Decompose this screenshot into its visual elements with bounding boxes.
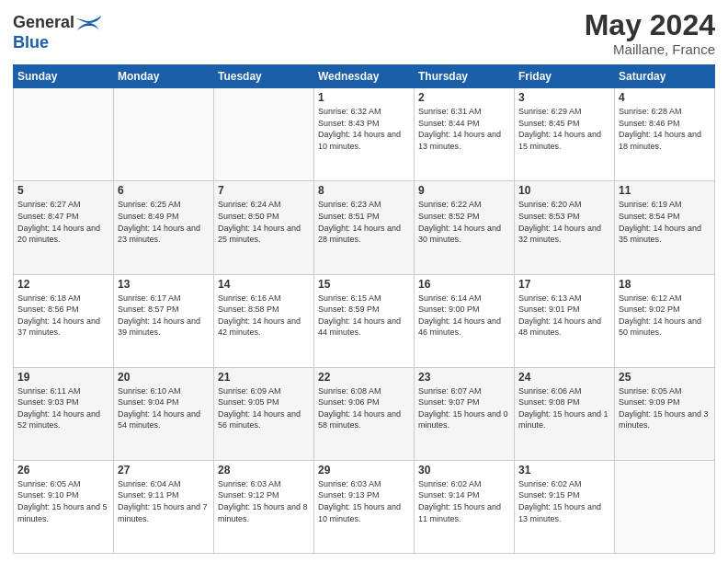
day-info: Sunrise: 6:08 AMSunset: 9:06 PMDaylight:… xyxy=(318,385,410,431)
day-info: Sunrise: 6:07 AMSunset: 9:07 PMDaylight:… xyxy=(418,385,510,431)
day-number: 28 xyxy=(218,464,310,477)
header: General Blue May 2024 Maillane, France xyxy=(13,9,715,57)
day-number: 11 xyxy=(619,184,711,197)
day-info: Sunrise: 6:16 AMSunset: 8:58 PMDaylight:… xyxy=(218,293,310,339)
day-info: Sunrise: 6:24 AMSunset: 8:50 PMDaylight:… xyxy=(218,199,310,245)
day-info: Sunrise: 6:12 AMSunset: 9:02 PMDaylight:… xyxy=(619,293,711,339)
day-info: Sunrise: 6:03 AMSunset: 9:13 PMDaylight:… xyxy=(318,478,410,524)
col-friday: Friday xyxy=(515,65,615,88)
day-number: 1 xyxy=(318,91,410,104)
day-number: 14 xyxy=(218,278,310,291)
calendar-week-row: 5Sunrise: 6:27 AMSunset: 8:47 PMDaylight… xyxy=(14,181,715,274)
day-number: 15 xyxy=(318,278,410,291)
day-info: Sunrise: 6:03 AMSunset: 9:12 PMDaylight:… xyxy=(218,478,310,524)
table-row: 20Sunrise: 6:10 AMSunset: 9:04 PMDayligh… xyxy=(114,367,214,460)
day-number: 24 xyxy=(518,371,610,384)
day-number: 12 xyxy=(17,278,109,291)
calendar-table: Sunday Monday Tuesday Wednesday Thursday… xyxy=(13,64,715,554)
col-tuesday: Tuesday xyxy=(214,65,314,88)
table-row: 12Sunrise: 6:18 AMSunset: 8:56 PMDayligh… xyxy=(14,274,114,367)
table-row: 6Sunrise: 6:25 AMSunset: 8:49 PMDaylight… xyxy=(114,181,214,274)
day-number: 16 xyxy=(418,278,510,291)
table-row: 1Sunrise: 6:32 AMSunset: 8:43 PMDaylight… xyxy=(314,88,415,181)
table-row: 22Sunrise: 6:08 AMSunset: 9:06 PMDayligh… xyxy=(314,367,415,460)
day-info: Sunrise: 6:02 AMSunset: 9:14 PMDaylight:… xyxy=(418,478,510,524)
col-thursday: Thursday xyxy=(415,65,515,88)
table-row: 23Sunrise: 6:07 AMSunset: 9:07 PMDayligh… xyxy=(415,367,515,460)
table-row: 18Sunrise: 6:12 AMSunset: 9:02 PMDayligh… xyxy=(615,274,715,367)
day-info: Sunrise: 6:06 AMSunset: 9:08 PMDaylight:… xyxy=(518,385,610,431)
day-info: Sunrise: 6:31 AMSunset: 8:44 PMDaylight:… xyxy=(418,106,510,152)
day-info: Sunrise: 6:18 AMSunset: 8:56 PMDaylight:… xyxy=(17,293,109,339)
table-row: 15Sunrise: 6:15 AMSunset: 8:59 PMDayligh… xyxy=(314,274,415,367)
day-number: 23 xyxy=(418,371,510,384)
table-row: 4Sunrise: 6:28 AMSunset: 8:46 PMDaylight… xyxy=(615,88,715,181)
day-number: 17 xyxy=(518,278,610,291)
day-number: 10 xyxy=(518,184,610,197)
table-row: 3Sunrise: 6:29 AMSunset: 8:45 PMDaylight… xyxy=(515,88,615,181)
day-info: Sunrise: 6:23 AMSunset: 8:51 PMDaylight:… xyxy=(318,199,410,245)
day-info: Sunrise: 6:10 AMSunset: 9:04 PMDaylight:… xyxy=(118,385,210,431)
table-row: 9Sunrise: 6:22 AMSunset: 8:52 PMDaylight… xyxy=(415,181,515,274)
page: General Blue May 2024 Maillane, France S… xyxy=(0,0,728,563)
logo-bird-icon xyxy=(75,14,101,32)
day-info: Sunrise: 6:22 AMSunset: 8:52 PMDaylight:… xyxy=(418,199,510,245)
day-info: Sunrise: 6:04 AMSunset: 9:11 PMDaylight:… xyxy=(118,478,210,524)
table-row: 26Sunrise: 6:05 AMSunset: 9:10 PMDayligh… xyxy=(14,460,114,553)
table-row xyxy=(214,88,314,181)
table-row: 19Sunrise: 6:11 AMSunset: 9:03 PMDayligh… xyxy=(14,367,114,460)
table-row: 16Sunrise: 6:14 AMSunset: 9:00 PMDayligh… xyxy=(415,274,515,367)
day-number: 6 xyxy=(118,184,210,197)
day-info: Sunrise: 6:29 AMSunset: 8:45 PMDaylight:… xyxy=(518,106,610,152)
day-number: 21 xyxy=(218,371,310,384)
day-number: 13 xyxy=(118,278,210,291)
table-row xyxy=(114,88,214,181)
table-row: 17Sunrise: 6:13 AMSunset: 9:01 PMDayligh… xyxy=(515,274,615,367)
col-sunday: Sunday xyxy=(14,65,114,88)
day-number: 25 xyxy=(619,371,711,384)
table-row: 25Sunrise: 6:05 AMSunset: 9:09 PMDayligh… xyxy=(615,367,715,460)
day-number: 5 xyxy=(17,184,109,197)
calendar-week-row: 12Sunrise: 6:18 AMSunset: 8:56 PMDayligh… xyxy=(14,274,715,367)
day-number: 9 xyxy=(418,184,510,197)
day-info: Sunrise: 6:13 AMSunset: 9:01 PMDaylight:… xyxy=(518,293,610,339)
month-year: May 2024 xyxy=(585,9,715,41)
table-row: 14Sunrise: 6:16 AMSunset: 8:58 PMDayligh… xyxy=(214,274,314,367)
table-row: 24Sunrise: 6:06 AMSunset: 9:08 PMDayligh… xyxy=(515,367,615,460)
calendar-header-row: Sunday Monday Tuesday Wednesday Thursday… xyxy=(14,65,715,88)
day-number: 8 xyxy=(318,184,410,197)
table-row: 13Sunrise: 6:17 AMSunset: 8:57 PMDayligh… xyxy=(114,274,214,367)
calendar-week-row: 26Sunrise: 6:05 AMSunset: 9:10 PMDayligh… xyxy=(14,460,715,553)
location: Maillane, France xyxy=(585,41,715,57)
day-info: Sunrise: 6:19 AMSunset: 8:54 PMDaylight:… xyxy=(619,199,711,245)
day-info: Sunrise: 6:28 AMSunset: 8:46 PMDaylight:… xyxy=(619,106,711,152)
table-row: 2Sunrise: 6:31 AMSunset: 8:44 PMDaylight… xyxy=(415,88,515,181)
table-row xyxy=(14,88,114,181)
day-number: 27 xyxy=(118,464,210,477)
logo-general: General xyxy=(13,13,74,31)
day-info: Sunrise: 6:05 AMSunset: 9:09 PMDaylight:… xyxy=(619,385,711,431)
day-info: Sunrise: 6:27 AMSunset: 8:47 PMDaylight:… xyxy=(17,199,109,245)
col-monday: Monday xyxy=(114,65,214,88)
table-row: 30Sunrise: 6:02 AMSunset: 9:14 PMDayligh… xyxy=(415,460,515,553)
day-number: 2 xyxy=(418,91,510,104)
calendar-week-row: 1Sunrise: 6:32 AMSunset: 8:43 PMDaylight… xyxy=(14,88,715,181)
col-wednesday: Wednesday xyxy=(314,65,415,88)
col-saturday: Saturday xyxy=(615,65,715,88)
day-info: Sunrise: 6:25 AMSunset: 8:49 PMDaylight:… xyxy=(118,199,210,245)
day-number: 29 xyxy=(318,464,410,477)
table-row: 31Sunrise: 6:02 AMSunset: 9:15 PMDayligh… xyxy=(515,460,615,553)
calendar-week-row: 19Sunrise: 6:11 AMSunset: 9:03 PMDayligh… xyxy=(14,367,715,460)
table-row: 28Sunrise: 6:03 AMSunset: 9:12 PMDayligh… xyxy=(214,460,314,553)
table-row: 8Sunrise: 6:23 AMSunset: 8:51 PMDaylight… xyxy=(314,181,415,274)
day-info: Sunrise: 6:11 AMSunset: 9:03 PMDaylight:… xyxy=(17,385,109,431)
table-row: 5Sunrise: 6:27 AMSunset: 8:47 PMDaylight… xyxy=(14,181,114,274)
logo-blue: Blue xyxy=(13,33,102,53)
table-row: 29Sunrise: 6:03 AMSunset: 9:13 PMDayligh… xyxy=(314,460,415,553)
day-info: Sunrise: 6:05 AMSunset: 9:10 PMDaylight:… xyxy=(17,478,109,524)
day-info: Sunrise: 6:09 AMSunset: 9:05 PMDaylight:… xyxy=(218,385,310,431)
day-number: 22 xyxy=(318,371,410,384)
day-number: 31 xyxy=(518,464,610,477)
day-info: Sunrise: 6:15 AMSunset: 8:59 PMDaylight:… xyxy=(318,293,410,339)
day-info: Sunrise: 6:32 AMSunset: 8:43 PMDaylight:… xyxy=(318,106,410,152)
